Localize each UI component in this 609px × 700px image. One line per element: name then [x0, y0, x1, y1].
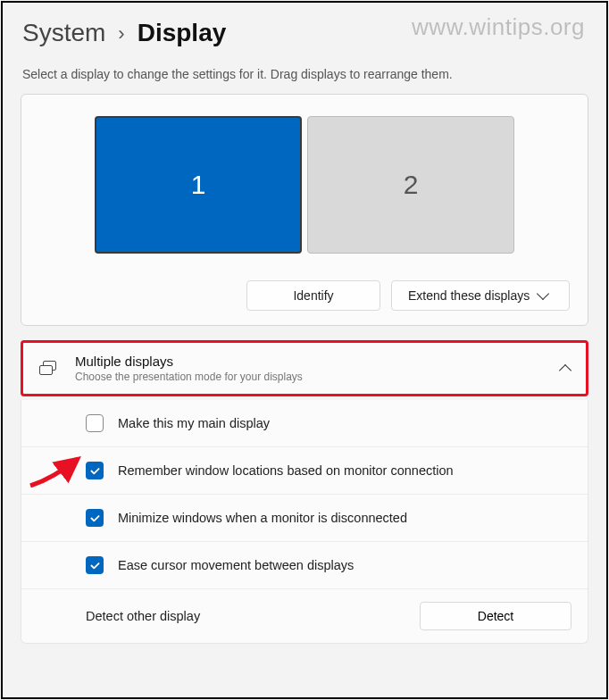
displays-icon: [39, 361, 59, 377]
display-arrange-panel: 1 2 Identify Extend these displays: [21, 94, 588, 326]
chevron-up-icon: [559, 363, 571, 376]
chevron-down-icon: [537, 288, 549, 300]
hint-text: Select a display to change the settings …: [17, 67, 592, 81]
detect-button[interactable]: Detect: [420, 602, 571, 630]
option-remember-locations[interactable]: Remember window locations based on monit…: [21, 447, 588, 495]
monitor-1[interactable]: 1: [95, 116, 302, 254]
identify-button[interactable]: Identify: [246, 280, 380, 311]
checkbox-ease-cursor[interactable]: [86, 556, 104, 574]
option-minimize-disconnect[interactable]: Minimize windows when a monitor is disco…: [21, 495, 588, 542]
option-label: Minimize windows when a monitor is disco…: [118, 511, 407, 525]
detect-label: Detect other display: [86, 609, 420, 623]
chevron-right-icon: ›: [118, 22, 124, 46]
option-label: Ease cursor movement between displays: [118, 558, 354, 572]
multiple-displays-section-header[interactable]: Multiple displays Choose the presentatio…: [21, 340, 588, 396]
checkbox-main-display[interactable]: [86, 414, 104, 432]
option-label: Make this my main display: [118, 416, 270, 430]
monitor-canvas[interactable]: 1 2: [39, 116, 570, 254]
page-title: Display: [138, 19, 227, 47]
option-detect-display: Detect other display Detect: [21, 589, 588, 643]
monitor-2[interactable]: 2: [307, 116, 514, 254]
breadcrumb-root[interactable]: System: [22, 19, 105, 47]
section-title: Multiple displays: [75, 354, 545, 369]
checkbox-minimize-disconnect[interactable]: [86, 509, 104, 527]
multiple-displays-options: Make this my main display Remember windo…: [21, 400, 588, 644]
option-label: Remember window locations based on monit…: [118, 463, 454, 478]
option-main-display[interactable]: Make this my main display: [21, 400, 588, 447]
section-subtitle: Choose the presentation mode for your di…: [75, 371, 545, 383]
breadcrumb: System › Display: [17, 19, 592, 47]
display-mode-dropdown[interactable]: Extend these displays: [391, 280, 570, 311]
checkbox-remember-locations[interactable]: [86, 462, 104, 479]
display-mode-label: Extend these displays: [408, 288, 530, 303]
option-ease-cursor[interactable]: Ease cursor movement between displays: [21, 542, 588, 589]
